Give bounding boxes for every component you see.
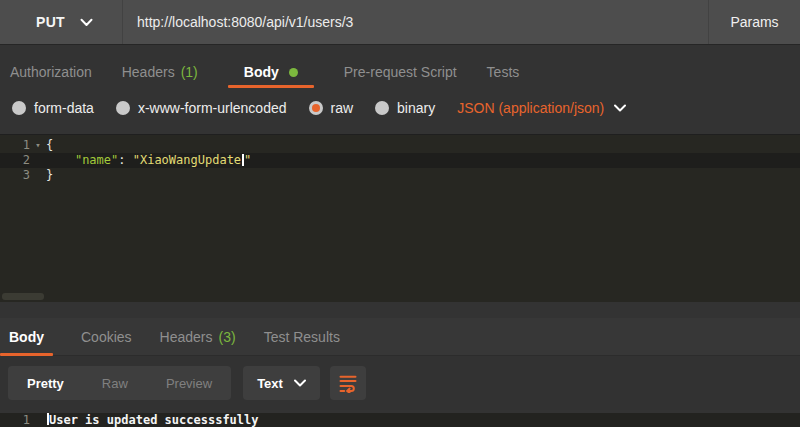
body-filled-dot-icon — [289, 68, 298, 77]
radio-raw[interactable]: raw — [309, 100, 354, 116]
fold-arrow-icon[interactable]: ▾ — [30, 138, 46, 153]
line-number: 1 — [0, 138, 30, 153]
gutter: 3 — [0, 168, 46, 183]
chevron-down-icon — [294, 379, 306, 387]
radio-selected-icon — [309, 101, 323, 115]
response-body-editor[interactable]: 1 User is updated successsfully — [0, 413, 800, 427]
line-number: 3 — [0, 168, 30, 183]
radio-binary[interactable]: binary — [375, 100, 435, 116]
view-raw-button[interactable]: Raw — [83, 366, 147, 400]
response-format-dropdown[interactable]: Text — [243, 366, 320, 400]
request-body-editor[interactable]: 1 ▾ { 2 "name": "XiaoWangUpdate" 3 } — [0, 134, 800, 302]
tab-headers[interactable]: Headers (1) — [122, 56, 198, 88]
wrap-text-button[interactable] — [330, 366, 366, 400]
tab-authorization[interactable]: Authorization — [10, 56, 92, 88]
radio-form-data[interactable]: form-data — [12, 100, 94, 116]
response-tabs: Body Cookies Headers (3) Test Results — [0, 318, 800, 356]
code-text: "name": "XiaoWangUpdate" — [46, 153, 251, 168]
section-divider — [0, 302, 800, 318]
headers-count-badge: (1) — [181, 64, 198, 80]
request-bar: PUT http://localhost:8080/api/v1/users/3… — [0, 0, 800, 44]
wrap-text-icon — [338, 373, 358, 393]
request-tabs: Authorization Headers (1) Body Pre-reque… — [0, 56, 800, 88]
response-headers-count-badge: (3) — [219, 329, 236, 345]
line-number: 1 — [0, 413, 30, 427]
gutter: 1 ▾ — [0, 138, 46, 153]
response-view-switcher: Pretty Raw Preview — [8, 366, 231, 400]
params-button[interactable]: Params — [708, 0, 800, 44]
radio-icon — [12, 101, 26, 115]
response-tab-test-results[interactable]: Test Results — [264, 318, 340, 356]
radio-x-www-form-urlencoded[interactable]: x-www-form-urlencoded — [116, 100, 287, 116]
code-line-1[interactable]: 1 ▾ { — [0, 138, 800, 153]
chevron-down-icon — [80, 18, 93, 27]
content-type-dropdown[interactable]: JSON (application/json) — [457, 100, 626, 116]
response-line-1[interactable]: 1 User is updated successsfully — [0, 413, 800, 427]
gutter: 1 — [0, 413, 46, 427]
active-tab-underline — [0, 353, 53, 356]
radio-icon — [375, 101, 389, 115]
gutter: 2 — [0, 153, 46, 168]
method-dropdown[interactable]: PUT — [0, 0, 123, 44]
json-string-value: "XiaoWangUpdate — [133, 153, 241, 167]
response-tab-body[interactable]: Body — [0, 318, 53, 356]
body-type-row: form-data x-www-form-urlencoded raw bina… — [0, 88, 800, 128]
chevron-down-icon — [614, 104, 626, 112]
url-text: http://localhost:8080/api/v1/users/3 — [137, 14, 353, 30]
json-key: "name" — [75, 153, 118, 167]
response-toolbar: Pretty Raw Preview Text — [0, 356, 800, 410]
line-number: 2 — [0, 153, 30, 168]
tab-tests[interactable]: Tests — [487, 56, 520, 88]
code-line-2[interactable]: 2 "name": "XiaoWangUpdate" — [0, 153, 800, 168]
view-preview-button[interactable]: Preview — [147, 366, 231, 400]
method-label: PUT — [36, 14, 65, 30]
tab-body[interactable]: Body — [228, 56, 314, 88]
radio-icon — [116, 101, 130, 115]
view-pretty-button[interactable]: Pretty — [8, 366, 83, 400]
response-text: User is updated successsfully — [49, 413, 259, 427]
tab-pre-request-script[interactable]: Pre-request Script — [344, 56, 457, 88]
code-line-3[interactable]: 3 } — [0, 168, 800, 183]
response-tab-cookies[interactable]: Cookies — [81, 318, 132, 356]
response-tab-headers[interactable]: Headers (3) — [160, 318, 236, 356]
active-tab-underline — [228, 85, 314, 88]
editor-horizontal-scrollbar[interactable] — [2, 293, 44, 300]
url-input[interactable]: http://localhost:8080/api/v1/users/3 — [123, 0, 708, 44]
